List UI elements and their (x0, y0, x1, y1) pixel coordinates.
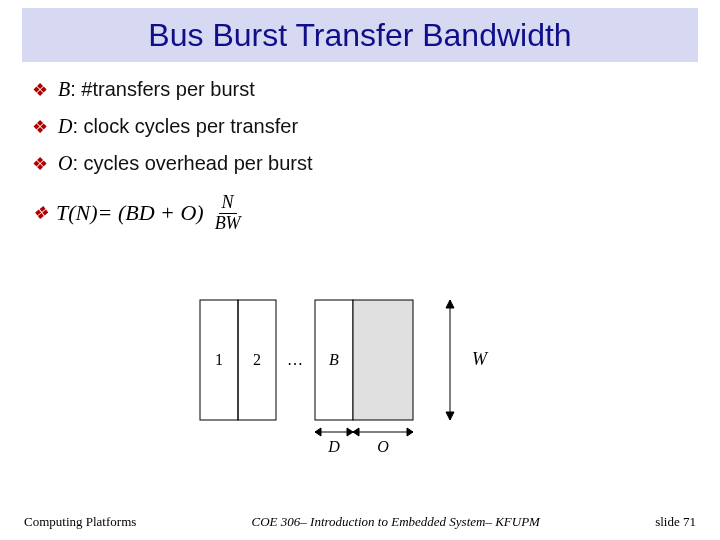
bullet-icon: ❖ (32, 204, 48, 222)
col-label: … (287, 351, 303, 368)
bullet-item: ❖ B : #transfers per burst (32, 78, 688, 101)
svg-marker-8 (353, 428, 359, 436)
footer-right: slide 71 (655, 514, 696, 530)
definition-text: : cycles overhead per burst (72, 152, 312, 175)
svg-marker-12 (446, 412, 454, 420)
col-label: 1 (215, 351, 223, 368)
var-letter: B (58, 78, 70, 101)
svg-marker-5 (315, 428, 321, 436)
formula-lhs: T(N) (56, 200, 98, 226)
bullet-item: ❖ D : clock cycles per transfer (32, 115, 688, 138)
formula-mid: = (BD + O) (98, 200, 204, 226)
content-area: ❖ B : #transfers per burst ❖ D : clock c… (32, 78, 688, 234)
definition-text: : clock cycles per transfer (72, 115, 298, 138)
var-letter: D (58, 115, 72, 138)
footer-left: Computing Platforms (24, 514, 136, 530)
col-label: 2 (253, 351, 261, 368)
var-letter: O (58, 152, 72, 175)
definition-text: : #transfers per burst (70, 78, 255, 101)
bullet-icon: ❖ (32, 118, 48, 136)
bullet-item: ❖ O : cycles overhead per burst (32, 152, 688, 175)
svg-rect-3 (353, 300, 413, 420)
footer-center: COE 306– Introduction to Embedded System… (252, 514, 540, 530)
bullet-icon: ❖ (32, 155, 48, 173)
footer: Computing Platforms COE 306– Introductio… (0, 514, 720, 530)
d-label: D (327, 438, 340, 455)
burst-diagram: 1 2 … B D O W (190, 290, 540, 470)
formula-fraction: N BW (212, 193, 244, 234)
bullet-icon: ❖ (32, 81, 48, 99)
fraction-denominator: BW (212, 214, 244, 234)
col-label: B (329, 351, 339, 368)
w-label: W (472, 349, 489, 369)
title-bar: Bus Burst Transfer Bandwidth (22, 8, 698, 62)
svg-marker-11 (446, 300, 454, 308)
formula: ❖ T(N) = (BD + O) N BW (32, 193, 688, 234)
page-title: Bus Burst Transfer Bandwidth (148, 17, 571, 54)
o-label: O (377, 438, 389, 455)
fraction-numerator: N (219, 193, 237, 214)
svg-marker-9 (407, 428, 413, 436)
